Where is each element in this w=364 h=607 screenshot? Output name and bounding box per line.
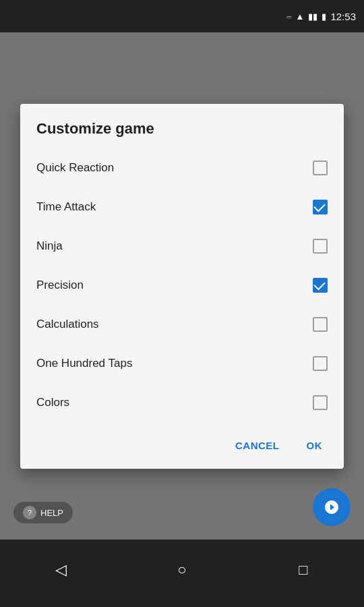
dialog-actions: CANCEL OK: [20, 428, 344, 463]
nav-bar: ◁ ○ □: [0, 540, 364, 607]
quick-reaction-checkbox[interactable]: [313, 161, 328, 175]
one-hundred-taps-label: One Hundred Taps: [36, 357, 132, 370]
ninja-label: Ninja: [36, 239, 63, 253]
customize-game-dialog: Customize game Quick Reaction Time Attac…: [20, 104, 344, 469]
time-attack-label: Time Attack: [36, 200, 96, 214]
cancel-button[interactable]: CANCEL: [224, 433, 291, 458]
calculations-checkbox[interactable]: [313, 317, 328, 332]
dialog-title: Customize game: [20, 120, 344, 148]
time-attack-checkbox[interactable]: [313, 200, 328, 214]
battery-icon: ▮: [322, 11, 326, 22]
dialog-item-colors[interactable]: Colors: [20, 383, 344, 422]
dialog-item-time-attack[interactable]: Time Attack: [20, 187, 344, 227]
status-icons: ⎓ ▲ ▮▮ ▮ 12:53: [286, 11, 356, 22]
recent-button[interactable]: □: [283, 550, 324, 590]
dialog-item-calculations[interactable]: Calculations: [20, 305, 344, 344]
status-time: 12:53: [330, 11, 356, 22]
home-button[interactable]: ○: [162, 550, 202, 590]
precision-label: Precision: [36, 279, 84, 292]
dialog-item-quick-reaction[interactable]: Quick Reaction: [20, 148, 344, 187]
ninja-checkbox[interactable]: [313, 239, 328, 254]
back-button[interactable]: ◁: [40, 550, 81, 590]
dialog-overlay: Customize game Quick Reaction Time Attac…: [0, 32, 364, 540]
dialog-item-one-hundred-taps[interactable]: One Hundred Taps: [20, 344, 344, 383]
colors-checkbox[interactable]: [313, 395, 328, 410]
dialog-item-ninja[interactable]: Ninja: [20, 227, 344, 266]
precision-checkbox[interactable]: [313, 278, 328, 293]
calculations-label: Calculations: [36, 318, 99, 331]
dialog-items-list: Quick Reaction Time Attack Ninja Precisi…: [20, 148, 344, 422]
one-hundred-taps-checkbox[interactable]: [313, 356, 328, 371]
status-bar: ⎓ ▲ ▮▮ ▮ 12:53: [0, 0, 364, 32]
bluetooth-icon: ⎓: [286, 11, 292, 22]
colors-label: Colors: [36, 396, 69, 409]
dialog-item-precision[interactable]: Precision: [20, 266, 344, 305]
signal-icon: ▮▮: [308, 11, 317, 22]
ok-button[interactable]: OK: [296, 433, 334, 458]
quick-reaction-label: Quick Reaction: [36, 161, 114, 175]
wifi-icon: ▲: [296, 11, 305, 22]
